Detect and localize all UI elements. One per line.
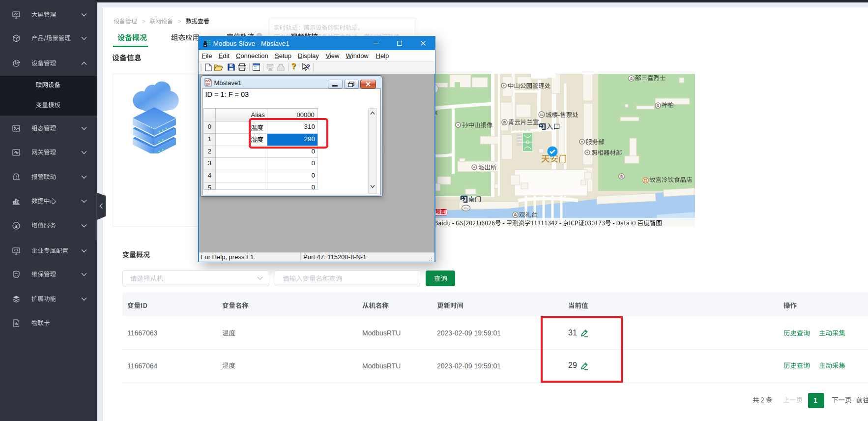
svg-text:ATM: ATM: [463, 207, 468, 210]
svg-text:?: ?: [306, 63, 310, 70]
svg-text:DOC: DOC: [205, 80, 211, 83]
